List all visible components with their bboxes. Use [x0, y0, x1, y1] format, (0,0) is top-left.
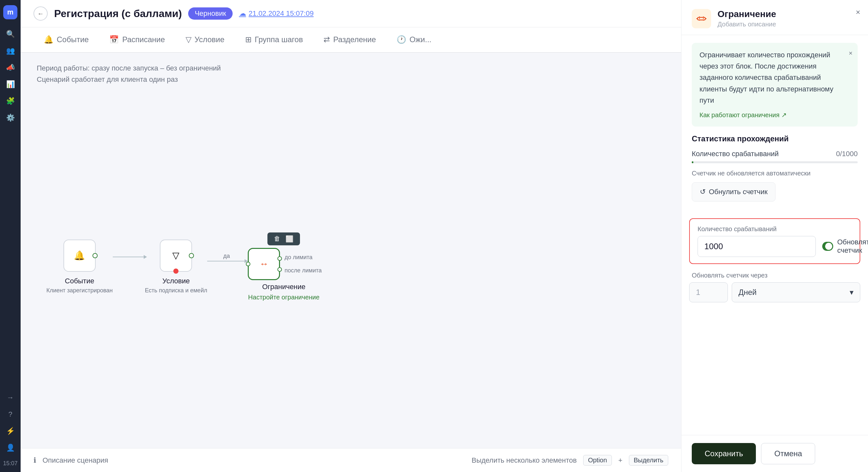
app-logo[interactable]: m	[3, 5, 18, 19]
branch-labels: до лимита после лимита	[284, 254, 321, 274]
reset-counter-button[interactable]: ↺ Обнулить счетчик	[692, 182, 776, 202]
interval-row: Дней ▾	[689, 282, 860, 302]
limit-node-area: 🗑 ⬜ ↔	[246, 232, 321, 301]
event-label: Событие	[65, 277, 94, 285]
tab-schedule[interactable]: 📅 Расписание	[99, 27, 175, 53]
sidebar-icon-arrow[interactable]: →	[3, 391, 18, 405]
limit-configure-link[interactable]: Настройте ограничение	[248, 294, 320, 301]
limit-right-bottom	[277, 267, 282, 272]
nav-tabs: 🔔 Событие 📅 Расписание ▽ Условие ⊞ Групп…	[21, 27, 681, 53]
sidebar: m 🔍 👥 📣 📊 🧩 ⚙️ → ? ⚡ 👤 15:07	[0, 0, 21, 472]
split-icon: ⇄	[323, 35, 330, 44]
cancel-button[interactable]: Отмена	[761, 443, 815, 464]
condition-node-box: ▽	[160, 240, 192, 272]
plus-text: +	[618, 456, 622, 465]
tab-condition[interactable]: ▽ Условие	[175, 27, 235, 53]
group-icon: ⊞	[245, 35, 252, 44]
limit-actions-bar: 🗑 ⬜	[268, 232, 300, 245]
reset-icon: ↺	[700, 188, 706, 196]
tab-wait[interactable]: 🕐 Ожи...	[386, 27, 442, 53]
tab-split[interactable]: ⇄ Разделение	[313, 27, 386, 53]
sidebar-time: 15:07	[3, 460, 18, 467]
form-section: Количество срабатываний Обновлять счетчи…	[689, 218, 860, 264]
tab-event[interactable]: 🔔 Событие	[33, 27, 99, 53]
limit-node-row: ↔ до лимита после лимита	[246, 248, 321, 280]
right-panel: Ограничение Добавить описание × Ограничи…	[681, 0, 868, 472]
copy-icon[interactable]: ⬜	[285, 235, 293, 243]
sidebar-icon-lightning[interactable]: ⚡	[3, 424, 18, 438]
info-close-button[interactable]: ×	[849, 48, 852, 58]
condition-sublabel: Есть подписка и емейл	[145, 287, 207, 294]
event-sublabel: Клиент зарегистрирован	[46, 287, 113, 294]
event-icon: 🔔	[44, 35, 54, 44]
flow-canvas: 🔔 Событие Клиент зарегистрирован ▽	[21, 88, 681, 445]
limit-right-connectors	[277, 256, 282, 272]
progress-bar	[692, 161, 858, 163]
event-node[interactable]: 🔔 Событие Клиент зарегистрирован	[46, 240, 113, 294]
sidebar-icon-megaphone[interactable]: 📣	[3, 61, 18, 75]
progress-fill	[692, 161, 693, 163]
panel-icon	[692, 9, 711, 28]
chevron-down-icon: ▾	[849, 288, 854, 297]
limit-label: Ограничение	[262, 283, 305, 291]
interval-section: Обновлять счетчик через Дней ▾	[681, 272, 868, 310]
counter-note: Счетчик не обновляется автоматически	[692, 170, 858, 177]
cloud-icon: ☁	[239, 9, 246, 18]
sidebar-icon-search[interactable]: 🔍	[3, 27, 18, 41]
panel-close-button[interactable]: ×	[856, 8, 860, 17]
stats-section: Статистика прохождений Количество срабат…	[681, 134, 868, 218]
main-area: ← Регистрация (с баллами) Черновик ☁ 21.…	[21, 0, 681, 472]
info-link[interactable]: Как работают ограничения ↗	[700, 110, 850, 120]
description-text: Описание сценария	[42, 456, 108, 465]
select-multiple-text: Выделить несколько элементов	[472, 456, 577, 465]
sidebar-icon-puzzle[interactable]: 🧩	[3, 94, 18, 108]
toggle-row: Обновлять счетчик	[822, 238, 868, 255]
bottom-bar: ℹ Описание сценария Выделить несколько э…	[21, 448, 681, 472]
select-button[interactable]: Выделить	[629, 455, 668, 466]
auto-update-toggle[interactable]	[822, 242, 833, 251]
limit-left-connectors	[246, 262, 250, 266]
info-icon: ℹ	[33, 456, 36, 465]
limit-right-top	[277, 256, 282, 261]
canvas-area: Период работы: сразу после запуска – без…	[21, 53, 681, 448]
interval-number-input[interactable]	[689, 282, 728, 302]
sidebar-icon-question[interactable]: ?	[3, 407, 18, 422]
sidebar-icon-chart[interactable]: 📊	[3, 77, 18, 92]
sidebar-icon-person[interactable]: 👤	[3, 441, 18, 455]
flow-nodes: 🔔 Событие Клиент зарегистрирован ▽	[46, 232, 322, 301]
header: ← Регистрация (с баллами) Черновик ☁ 21.…	[21, 0, 681, 27]
panel-subtitle[interactable]: Добавить описание	[717, 21, 858, 28]
draft-badge: Черновик	[188, 7, 232, 20]
limit-left-top	[246, 262, 250, 266]
sidebar-icon-settings[interactable]: ⚙️	[3, 111, 18, 125]
limit-icon: ↔	[259, 259, 269, 269]
form-label: Количество срабатываний	[698, 225, 852, 233]
schedule-icon: 📅	[109, 35, 119, 44]
limit-node-box[interactable]: ↔	[248, 248, 280, 280]
panel-header: Ограничение Добавить описание ×	[681, 0, 868, 35]
save-button[interactable]: Сохранить	[692, 443, 756, 464]
trigger-count-value: 0/1000	[836, 150, 858, 158]
svg-rect-0	[698, 18, 705, 20]
panel-title: Ограничение	[717, 9, 858, 19]
tab-group[interactable]: ⊞ Группа шагов	[235, 27, 313, 53]
trash-icon[interactable]: 🗑	[274, 235, 280, 242]
back-button[interactable]: ←	[33, 6, 48, 21]
option-key: Option	[583, 455, 612, 466]
canvas-info: Период работы: сразу после запуска – без…	[21, 53, 681, 88]
info-box: Ограничивает количество прохождений чере…	[692, 43, 858, 127]
event-node-box: 🔔	[63, 240, 96, 272]
interval-unit-select[interactable]: Дней ▾	[732, 282, 860, 302]
sidebar-icon-users[interactable]: 👥	[3, 44, 18, 58]
header-date[interactable]: ☁ 21.02.2024 15:07:09	[239, 9, 314, 18]
interval-label: Обновлять счетчик через	[689, 272, 860, 279]
condition-label: Условие	[162, 277, 190, 285]
stats-title: Статистика прохождений	[692, 134, 858, 143]
filter-icon: ▽	[173, 250, 180, 261]
trigger-count-input[interactable]	[698, 236, 816, 257]
condition-node[interactable]: ▽ Условие Есть подписка и емейл	[145, 240, 207, 294]
trigger-count-label: Количество срабатываний	[692, 150, 779, 158]
bell-icon: 🔔	[74, 250, 85, 261]
condition-right-connector	[189, 253, 194, 258]
toggle-label: Обновлять счетчик	[837, 238, 868, 255]
